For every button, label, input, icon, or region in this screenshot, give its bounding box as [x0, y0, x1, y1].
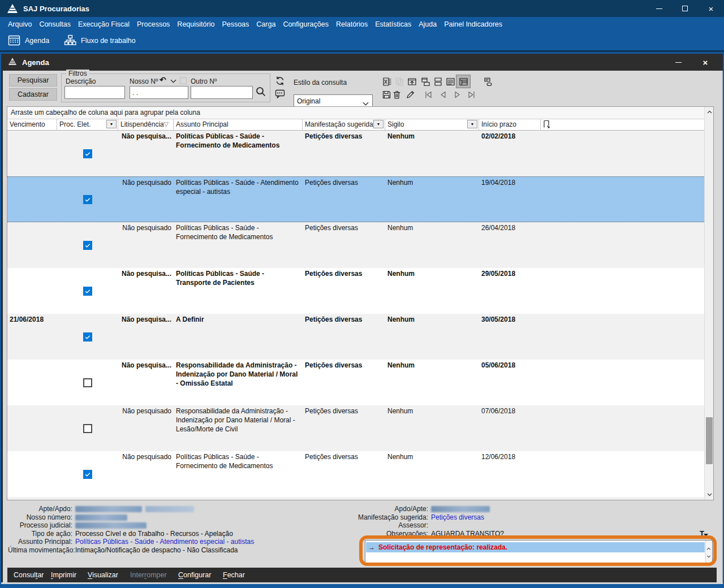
row-checkbox[interactable] — [83, 378, 92, 387]
cell-inicio-prazo: 12/06/2018 — [479, 451, 541, 497]
row-checkbox[interactable] — [83, 149, 92, 158]
nav-first-button-icon[interactable] — [423, 89, 434, 100]
export-form-button-icon[interactable] — [406, 76, 417, 87]
estilo-consulta-select[interactable]: Original — [294, 94, 373, 107]
notes-scroll-down-icon[interactable] — [706, 552, 711, 560]
imprimir-label-post: mprimir — [53, 571, 76, 579]
row-checkbox[interactable] — [83, 241, 92, 250]
scroll-up-arrow[interactable] — [705, 108, 714, 116]
table-row[interactable]: Não pesquisa...Políticas Públicas - Saúd… — [7, 268, 713, 314]
menu-item-painel-indicadores[interactable]: Painel Indicadores — [443, 20, 503, 28]
maximize-button[interactable] — [672, 0, 698, 17]
pesquisar-button[interactable]: Pesquisar — [9, 74, 57, 87]
delete-button-icon[interactable] — [391, 89, 402, 100]
notes-scroll-strip[interactable] — [705, 541, 712, 563]
group-by-bar[interactable]: Arraste um cabeçalho de coluna aqui para… — [7, 107, 713, 119]
row-checkbox[interactable] — [83, 195, 92, 204]
menu-item-processos[interactable]: Processos — [136, 20, 171, 28]
nav-last-button-icon[interactable] — [466, 89, 477, 100]
search-icon[interactable] — [255, 86, 266, 97]
column-header-sigilo[interactable]: Sigilo▼ — [385, 119, 479, 130]
cadastrar-button[interactable]: Cadastrar — [9, 88, 57, 101]
fechar-button[interactable]: Fechar — [223, 568, 245, 582]
descricao-input[interactable] — [64, 86, 125, 99]
column-header-assunto-principal[interactable]: Assunto Principal — [174, 119, 303, 130]
table-row[interactable]: Não pesquisadoPolíticas Públicas - Saúde… — [7, 176, 713, 222]
report-view-button-icon[interactable] — [445, 76, 456, 87]
scroll-down-arrow[interactable] — [705, 491, 714, 499]
detail-label: Assunto Principal: — [8, 538, 72, 546]
table-row[interactable]: Não pesquisa...Políticas Públicas - Saúd… — [7, 131, 713, 176]
outro-numero-input[interactable] — [191, 86, 253, 99]
scrollbar-thumb[interactable] — [706, 417, 713, 464]
column-header-label: Litispendência — [120, 120, 164, 128]
notes-listbox[interactable]: → Solicitação de representação: realizad… — [365, 540, 713, 564]
nav-prev-button-icon[interactable] — [437, 89, 449, 100]
edit-button-icon[interactable] — [404, 89, 416, 100]
detail-label: Apdo/Apte: — [339, 505, 428, 513]
cascade-windows-button-icon[interactable] — [420, 76, 431, 87]
table-row[interactable]: Não pesquisadoPolíticas Públicas - Saúde… — [7, 451, 713, 497]
menu-item-requisitorio[interactable]: Requisitório — [176, 20, 216, 28]
table-row[interactable]: Não pesquisa...Responsabilidade da Admin… — [7, 360, 713, 405]
menu-item-estatisticas[interactable]: Estatísticas — [374, 20, 412, 28]
row-checkbox[interactable] — [83, 332, 92, 341]
minimize-button[interactable] — [646, 0, 672, 17]
agenda-minimize-button[interactable] — [669, 55, 688, 70]
grid-vertical-scrollbar[interactable] — [704, 107, 713, 500]
export-excel-button-icon[interactable] — [381, 76, 393, 87]
fluxo-toolbar-button[interactable]: Fluxo de trabalho — [64, 34, 136, 47]
row-checkbox[interactable] — [83, 424, 92, 433]
outro-numero-label: Outro Nº — [191, 77, 217, 85]
menu-item-configuracoes[interactable]: Configurações — [282, 20, 330, 28]
consultar-button[interactable]: Consultar — [14, 568, 44, 582]
nav-next-button-icon[interactable] — [451, 89, 463, 100]
menu-item-arquivo[interactable]: Arquivo — [7, 20, 33, 28]
cell-vencimento — [7, 268, 57, 314]
refresh-icon[interactable] — [275, 76, 285, 86]
menu-item-ajuda[interactable]: Ajuda — [417, 20, 438, 28]
tile-windows-button-icon[interactable] — [432, 76, 443, 87]
table-row[interactable]: Não pesquisadoResponsabilidade da Admini… — [7, 405, 713, 451]
nosso-numero-input[interactable] — [130, 86, 188, 99]
filter-funnel-icon[interactable]: ▽ — [164, 120, 169, 128]
nosso-numero-label: Nosso Nº — [130, 77, 158, 85]
configurar-button[interactable]: Configurar — [178, 568, 211, 582]
column-header-vencimento[interactable]: Vencimento — [7, 119, 57, 130]
menu-item-carga[interactable]: Carga — [255, 20, 277, 28]
close-button[interactable]: × — [698, 0, 724, 17]
imprimir-button[interactable]: Imprimir — [51, 568, 76, 582]
table-row[interactable]: Não pesquisadoPolíticas Públicas - Saúde… — [7, 222, 713, 268]
column-dropdown-button[interactable]: ▼ — [373, 120, 383, 128]
menu-item-consultas[interactable]: Consultas — [38, 20, 72, 28]
visualizar-button[interactable]: Visualizar — [88, 568, 118, 582]
save-button-icon[interactable] — [381, 89, 392, 100]
column-header-blank[interactable] — [541, 119, 713, 130]
column-header-manifestacao-sugerida[interactable]: Manifestação sugerida▼ — [303, 119, 385, 130]
comment-icon[interactable] — [275, 89, 285, 98]
table-row[interactable]: 21/06/2018Não pesquisa...A DefinirPetiçõ… — [7, 314, 713, 360]
row-checkbox[interactable] — [83, 470, 92, 479]
notes-scroll-up-icon[interactable] — [706, 544, 711, 552]
column-header-litispendencia[interactable]: Litispendência▽ — [118, 119, 174, 130]
menu-item-execucao-fiscal[interactable]: Execução Fiscal — [77, 20, 131, 28]
menu-item-pessoas[interactable]: Pessoas — [221, 20, 250, 28]
estilo-consulta-value: Original — [297, 97, 320, 105]
column-header-inicio-prazo[interactable]: Início prazo — [479, 119, 541, 130]
cell-vencimento — [7, 360, 57, 405]
menu-item-relatorios[interactable]: Relatórios — [335, 20, 369, 28]
notes-selected-item[interactable]: → Solicitação de representação: realizad… — [366, 542, 705, 552]
field-chooser-icon[interactable] — [543, 120, 550, 130]
grid-view-button-icon[interactable] — [456, 75, 471, 88]
text-format-icon[interactable]: T — [700, 529, 704, 538]
row-checkbox[interactable] — [83, 287, 92, 296]
undo-number-icon[interactable]: ↶ — [160, 75, 166, 84]
cell-manifestacao: Petições diversas — [303, 405, 385, 451]
column-dropdown-button[interactable]: ▼ — [467, 120, 477, 128]
column-dropdown-button[interactable]: ▼ — [106, 120, 117, 128]
agenda-toolbar-button[interactable]: Agenda — [8, 34, 49, 47]
column-header-proc-elet[interactable]: Proc. Elet.▼ — [57, 119, 118, 130]
agenda-close-button[interactable]: × — [696, 55, 715, 70]
workflow-status-button-icon[interactable] — [482, 76, 493, 87]
number-history-chevron-icon[interactable] — [170, 79, 176, 83]
